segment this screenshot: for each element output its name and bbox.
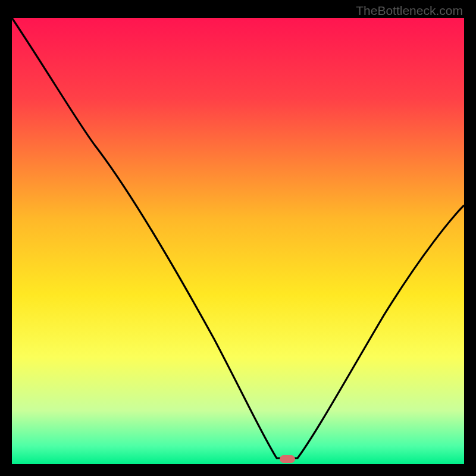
optimal-marker xyxy=(280,455,295,463)
watermark-text: TheBottleneck.com xyxy=(356,4,463,18)
chart-svg xyxy=(12,18,464,464)
gradient-background xyxy=(12,18,464,464)
chart-plot-area xyxy=(12,18,464,464)
